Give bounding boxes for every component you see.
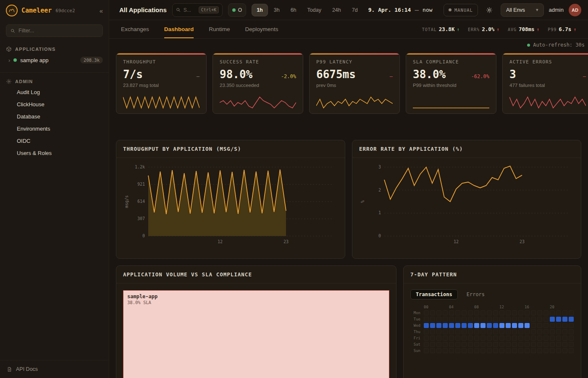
kpi-delta: – bbox=[197, 74, 200, 79]
sidebar-filter bbox=[6, 24, 103, 37]
heatmap-cell bbox=[499, 336, 504, 341]
time-range-7d[interactable]: 7d bbox=[347, 4, 363, 16]
kpi-card-throughput: THROUGHPUT 7/s – 23.827 msg total bbox=[116, 53, 207, 114]
time-range-today[interactable]: Today bbox=[302, 4, 326, 16]
current-datetime[interactable]: 9. Apr. 16:14 bbox=[368, 7, 411, 13]
tab-errors[interactable]: Errors bbox=[461, 289, 490, 299]
sidebar-item-database[interactable]: Database bbox=[0, 110, 109, 123]
heatmap-cell bbox=[474, 323, 479, 328]
heatmap-cell bbox=[430, 317, 435, 322]
heatmap-cell bbox=[449, 310, 454, 315]
auto-refresh-indicator[interactable]: Auto-refresh: 30s bbox=[109, 39, 588, 51]
heatmap-cell bbox=[512, 329, 517, 334]
heatmap-cell bbox=[550, 342, 555, 347]
app-version: 69dcce2 bbox=[55, 8, 75, 13]
heatmap-cell bbox=[443, 317, 448, 322]
live-status-toggle[interactable]: O bbox=[228, 3, 246, 17]
api-docs-link[interactable]: API Docs bbox=[0, 360, 109, 378]
time-range-3h[interactable]: 3h bbox=[269, 4, 285, 16]
tab-dashboard[interactable]: Dashboard bbox=[164, 20, 194, 38]
kpi-card-active-errors: ACTIVE ERRORS 3 – 477 failures total bbox=[502, 53, 588, 114]
collapse-sidebar-icon[interactable]: « bbox=[100, 7, 103, 14]
sidebar-item-sample-app[interactable]: › sample app 208.3k bbox=[0, 54, 109, 66]
heatmap-cell bbox=[537, 342, 542, 347]
heatmap-cell bbox=[537, 323, 542, 328]
heatmap-cell bbox=[556, 348, 561, 353]
sidebar-item-audit-log[interactable]: Audit Log bbox=[0, 86, 109, 98]
heatmap-cell bbox=[480, 336, 486, 341]
sun-icon bbox=[486, 7, 493, 13]
heatmap-cell bbox=[543, 329, 549, 334]
heatmap-cell bbox=[562, 342, 567, 347]
heatmap-cell bbox=[556, 336, 561, 341]
manual-refresh-button[interactable]: MANUAL bbox=[444, 4, 478, 16]
heatmap-cell bbox=[569, 348, 574, 353]
heatmap-cell bbox=[468, 336, 473, 341]
heatmap-cell bbox=[506, 317, 511, 322]
heatmap-cell bbox=[506, 310, 511, 315]
theme-toggle-button[interactable] bbox=[483, 4, 496, 16]
kpi-title: ACTIVE ERRORS bbox=[509, 59, 586, 65]
heatmap-cell bbox=[556, 342, 561, 347]
heatmap-cell bbox=[468, 323, 473, 328]
tab-deployments[interactable]: Deployments bbox=[245, 20, 278, 38]
time-range-6h[interactable]: 6h bbox=[286, 4, 302, 16]
kpi-sparkline bbox=[413, 95, 489, 109]
svg-text:3: 3 bbox=[378, 165, 381, 169]
heatmap-cell bbox=[443, 310, 448, 315]
kpi-title: P99 LATENCY bbox=[316, 59, 393, 65]
page-title: All Applications bbox=[119, 6, 167, 13]
time-range-24h[interactable]: 24h bbox=[327, 4, 346, 16]
heatmap-cell bbox=[455, 342, 460, 347]
user-avatar[interactable]: AD bbox=[569, 4, 581, 16]
heatmap-cell bbox=[518, 329, 523, 334]
global-search[interactable]: Ctrl+K bbox=[172, 3, 223, 17]
heatmap-row: Tue bbox=[410, 317, 574, 322]
heatmap-cell bbox=[474, 336, 479, 341]
heatmap-cell bbox=[550, 348, 555, 353]
heatmap-cell bbox=[518, 348, 523, 353]
sidebar-item-users-roles[interactable]: Users & Roles bbox=[0, 147, 109, 159]
heatmap-cell bbox=[424, 336, 429, 341]
tab-transactions[interactable]: Transactions bbox=[410, 289, 458, 299]
heatmap-cell bbox=[562, 336, 567, 341]
environment-select[interactable]: All Envs ▾ bbox=[501, 3, 544, 17]
charts-row: THROUGHPUT BY APPLICATION (MSG/S) 030761… bbox=[109, 140, 588, 259]
heatmap-cell bbox=[512, 310, 517, 315]
heatmap-cell bbox=[474, 348, 479, 353]
chevron-right-icon[interactable]: › bbox=[8, 57, 10, 63]
user-name: admin bbox=[549, 7, 564, 13]
treemap-node-sample-app[interactable]: sample-app 38.0% SLA bbox=[123, 290, 389, 378]
error-rate-line-chart: 01231223% bbox=[358, 162, 572, 249]
filter-input[interactable] bbox=[18, 28, 99, 34]
heatmap-cell bbox=[424, 342, 429, 347]
heatmap-cell bbox=[462, 310, 467, 315]
tab-runtime[interactable]: Runtime bbox=[209, 20, 230, 38]
svg-text:1: 1 bbox=[378, 210, 381, 215]
heatmap-cell bbox=[506, 336, 511, 341]
svg-text:1.2k: 1.2k bbox=[135, 165, 145, 169]
heatmap-row: Mon bbox=[410, 310, 574, 315]
search-icon bbox=[10, 28, 16, 34]
heatmap-cell bbox=[562, 310, 567, 315]
tab-exchanges[interactable]: Exchanges bbox=[121, 20, 149, 38]
kpi-value: 38.0% bbox=[413, 68, 446, 81]
kpi-value: 98.0% bbox=[220, 68, 252, 81]
time-range-selector: 1h 3h 6h Today 24h 7d bbox=[252, 4, 363, 16]
heatmap-cell bbox=[543, 342, 549, 347]
heatmap-cell bbox=[525, 329, 530, 334]
heatmap-cell bbox=[556, 310, 561, 315]
time-range-1h[interactable]: 1h bbox=[252, 4, 268, 16]
heatmap-cell bbox=[499, 310, 504, 315]
app-count-badge: 208.3k bbox=[80, 57, 103, 63]
sidebar-item-environments[interactable]: Environments bbox=[0, 123, 109, 135]
sidebar-item-clickhouse[interactable]: ClickHouse bbox=[0, 98, 109, 110]
search-input[interactable] bbox=[184, 7, 196, 13]
treemap-sla-label: 38.0% SLA bbox=[127, 300, 151, 305]
heatmap-cell bbox=[430, 348, 435, 353]
now-label[interactable]: now bbox=[423, 7, 432, 13]
heatmap-cell bbox=[474, 342, 479, 347]
admin-section: ADMIN Audit Log ClickHouse Database Envi… bbox=[0, 72, 109, 159]
sidebar-item-oidc[interactable]: OIDC bbox=[0, 135, 109, 147]
heatmap-cell bbox=[512, 336, 517, 341]
